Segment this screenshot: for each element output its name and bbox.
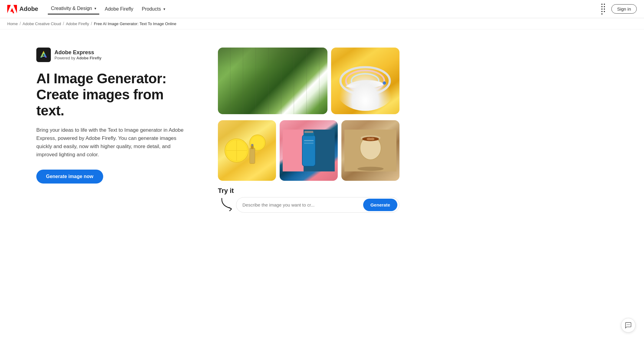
app-badge: Adobe Express Powered by Adobe Firefly <box>36 48 194 62</box>
try-it-row: Generate <box>218 197 399 213</box>
svg-rect-19 <box>304 140 313 141</box>
svg-point-4 <box>383 81 386 85</box>
image-card-coffee <box>341 120 399 181</box>
generate-button[interactable]: Generate <box>363 199 397 211</box>
adobe-express-icon <box>36 48 51 62</box>
breadcrumb-sep-1: / <box>20 21 21 26</box>
nav-link-products[interactable]: Products ▾ <box>139 4 168 14</box>
bottle-svg <box>283 123 335 178</box>
main-content: Adobe Express Powered by Adobe Firefly A… <box>0 29 424 231</box>
svg-point-3 <box>352 74 379 88</box>
try-it-input-wrap: Generate <box>236 197 399 213</box>
try-it-section: Try it Generate <box>218 187 399 213</box>
nav-right: Sign in <box>601 3 637 15</box>
svg-point-1 <box>340 67 390 94</box>
right-panel: Try it Generate <box>218 48 399 213</box>
coffee-svg <box>344 123 397 178</box>
breadcrumb-sep-3: / <box>91 21 92 26</box>
breadcrumb: Home / Adobe Creative Cloud / Adobe Fire… <box>0 18 644 29</box>
image-card-building <box>218 48 327 114</box>
sign-in-button[interactable]: Sign in <box>611 4 637 14</box>
try-it-label: Try it <box>218 187 399 195</box>
chevron-down-icon: ▾ <box>94 6 96 11</box>
svg-rect-11 <box>250 148 255 164</box>
image-card-lemon <box>218 120 276 181</box>
app-badge-text: Adobe Express Powered by Adobe Firefly <box>54 49 101 60</box>
image-card-sneaker <box>331 48 399 114</box>
lemon-svg <box>221 123 273 178</box>
nav-link-adobe-firefly[interactable]: Adobe Firefly <box>102 4 136 14</box>
left-panel: Adobe Express Powered by Adobe Firefly A… <box>36 48 194 184</box>
adobe-logo[interactable]: Adobe <box>7 4 38 14</box>
svg-rect-0 <box>41 56 46 57</box>
hero-description: Bring your ideas to life with the Text t… <box>36 126 185 159</box>
breadcrumb-current: Free AI Image Generator: Text To Image O… <box>94 22 176 26</box>
svg-point-2 <box>346 71 385 91</box>
chevron-down-icon-products: ▾ <box>163 7 165 11</box>
breadcrumb-sep-2: / <box>63 21 64 26</box>
breadcrumb-home[interactable]: Home <box>7 22 18 26</box>
svg-rect-18 <box>304 131 313 133</box>
image-grid-top <box>218 48 399 114</box>
hero-title: AI Image Generator: Create images from t… <box>36 71 194 119</box>
nav-link-creativity-design[interactable]: Creativity & Design ▾ <box>48 3 99 15</box>
apps-grid-icon[interactable] <box>601 3 606 15</box>
svg-rect-20 <box>304 143 313 144</box>
adobe-logo-icon <box>7 4 17 14</box>
app-name-label: Adobe Express <box>54 49 101 56</box>
svg-rect-16 <box>302 135 315 166</box>
generate-image-now-button[interactable]: Generate image now <box>36 170 103 184</box>
svg-rect-13 <box>251 144 253 146</box>
app-powered-label: Powered by Adobe Firefly <box>54 56 101 60</box>
sneaker-svg <box>338 54 393 108</box>
svg-point-22 <box>357 167 383 171</box>
curved-arrow-svg <box>219 197 235 211</box>
adobe-wordmark: Adobe <box>19 5 38 12</box>
nav-links: Creativity & Design ▾ Adobe Firefly Prod… <box>48 3 591 15</box>
image-card-bottle <box>280 120 338 181</box>
try-it-input[interactable] <box>242 202 363 207</box>
breadcrumb-adobe-firefly[interactable]: Adobe Firefly <box>66 22 89 26</box>
arrow-curve-icon <box>218 197 236 213</box>
express-logo-svg <box>39 50 48 59</box>
breadcrumb-creative-cloud[interactable]: Adobe Creative Cloud <box>23 22 61 26</box>
nav: Adobe Creativity & Design ▾ Adobe Firefl… <box>0 0 644 18</box>
image-grid-bottom <box>218 120 399 181</box>
